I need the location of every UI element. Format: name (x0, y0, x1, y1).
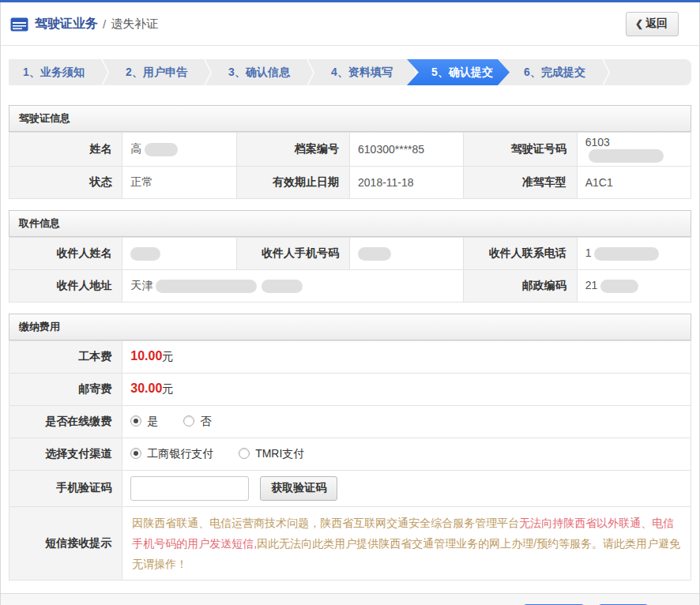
recipient-name-value (122, 237, 236, 269)
radio-label-tmri[interactable]: TMRI支付 (255, 447, 304, 460)
table-row: 是否在线缴费 是 否 (9, 405, 691, 438)
expiry-value: 2018-11-18 (350, 166, 464, 198)
step-3-confirm-info[interactable]: 3、确认信息 (214, 59, 304, 85)
step-6-finish-submit[interactable]: 6、完成提交 (510, 59, 600, 85)
postage-fee-value: 30.00元 (122, 373, 691, 405)
page-container: 驾驶证业务 / 遗失补证 ❮返回 1、业务须知 2、用户申告 3、确认信息 4、… (0, 2, 700, 605)
license-no-value: 6103 (577, 133, 691, 167)
table-row: 短信接收提示 因陕西省联通、电信运营商技术问题，陕西省互联网交通安全综合服务管理… (9, 506, 691, 580)
radio-label-no[interactable]: 否 (200, 415, 211, 427)
vehicle-class-label: 准驾车型 (464, 166, 577, 198)
redaction-blob (589, 149, 664, 163)
step-wizard: 1、业务须知 2、用户申告 3、确认信息 4、资料填写 5、确认提交 6、完成提… (9, 59, 691, 85)
expiry-label: 有效期止日期 (236, 166, 349, 198)
table-row: 手机验证码 获取验证码 (9, 470, 691, 506)
recipient-mobile-label: 收件人手机号码 (236, 237, 349, 269)
recipient-name-label: 收件人姓名 (9, 237, 122, 269)
pay-channel-options: 工商银行支付 TMRI支付 (122, 438, 691, 470)
section-license-info: 驾驶证信息 姓名 高 档案编号 610300****85 驾驶证号码 6103 … (9, 105, 691, 199)
status-value: 正常 (122, 166, 236, 198)
table-row: 收件人地址 天津 邮政编码 21 (9, 269, 691, 302)
chevron-left-icon: ❮ (635, 18, 643, 29)
recipient-phone-value: 1 (577, 237, 691, 269)
note-segment-gold: 因陕西省联通、电信运营商技术问题，陕西省互联网交通安全综合服务管理平台 (132, 517, 519, 529)
recipient-mobile-value (350, 237, 464, 269)
address-label: 收件人地址 (9, 269, 122, 302)
footer-bar: 上一步 完成 (1, 593, 699, 605)
step-4-fill-materials[interactable]: 4、资料填写 (317, 59, 407, 85)
card-fee-label: 工本费 (9, 340, 122, 373)
postcode-value: 21 (577, 269, 691, 302)
redaction-blob (145, 143, 178, 156)
breadcrumb-current: 遗失补证 (111, 17, 158, 32)
table-row: 邮寄费 30.00元 (9, 373, 691, 405)
radio-label-icbc[interactable]: 工商银行支付 (147, 447, 213, 460)
radio-online-pay-yes[interactable] (130, 415, 141, 427)
step-5-confirm-submit[interactable]: 5、确认提交 (407, 59, 510, 85)
postcode-label: 邮政编码 (464, 269, 577, 302)
section-title: 驾驶证信息 (9, 105, 691, 132)
sms-note-text: 因陕西省联通、电信运营商技术问题，陕西省互联网交通安全综合服务管理平台无法向持陕… (122, 506, 691, 580)
get-code-button[interactable]: 获取验证码 (260, 476, 337, 501)
fees-table: 工本费 10.00元 邮寄费 30.00元 是否在线缴费 是 否 选择支付渠道 … (9, 340, 691, 581)
section-pickup-info: 取件信息 收件人姓名 收件人手机号码 收件人联系电话 1 收件人地址 天津 邮政… (9, 210, 691, 302)
name-value: 高 (122, 133, 236, 167)
step-1-business-notice[interactable]: 1、业务须知 (9, 59, 99, 85)
online-pay-options: 是 否 (122, 405, 691, 438)
redaction-blob (262, 280, 303, 293)
status-label: 状态 (9, 166, 122, 198)
table-row: 工本费 10.00元 (9, 340, 691, 373)
radio-channel-tmri[interactable] (239, 448, 250, 459)
vehicle-class-value: A1C1 (577, 166, 691, 198)
radio-label-yes[interactable]: 是 (147, 415, 158, 427)
name-label: 姓名 (9, 133, 122, 167)
recipient-phone-label: 收件人联系电话 (464, 237, 577, 269)
content-spacer (1, 581, 699, 593)
step-2-user-declaration[interactable]: 2、用户申告 (111, 59, 201, 85)
table-row: 状态 正常 有效期止日期 2018-11-18 准驾车型 A1C1 (9, 166, 691, 198)
section-title: 缴纳费用 (9, 314, 691, 340)
sms-code-label: 手机验证码 (9, 470, 122, 506)
sms-code-input[interactable] (130, 476, 249, 501)
pay-channel-label: 选择支付渠道 (9, 438, 122, 470)
sms-code-cell: 获取验证码 (122, 470, 691, 506)
radio-online-pay-no[interactable] (183, 415, 194, 427)
redaction-blob (358, 247, 391, 261)
section-fees: 缴纳费用 工本费 10.00元 邮寄费 30.00元 是否在线缴费 是 否 选择… (9, 314, 691, 581)
back-button[interactable]: ❮返回 (626, 12, 679, 36)
sms-note-label: 短信接收提示 (9, 506, 122, 580)
step-separator-icon (304, 59, 317, 85)
form-list-icon (10, 17, 28, 32)
postage-fee-label: 邮寄费 (9, 373, 122, 405)
license-no-label: 驾驶证号码 (464, 133, 577, 167)
step-bar-filler (612, 59, 691, 85)
redaction-blob (600, 280, 638, 293)
license-info-table: 姓名 高 档案编号 610300****85 驾驶证号码 6103 状态 正常 … (9, 132, 691, 199)
page-header: 驾驶证业务 / 遗失补证 ❮返回 (1, 2, 699, 46)
redaction-blob (594, 247, 659, 261)
table-row: 选择支付渠道 工商银行支付 TMRI支付 (9, 438, 691, 470)
file-no-label: 档案编号 (236, 133, 349, 167)
card-fee-value: 10.00元 (122, 340, 691, 373)
redaction-blob (156, 280, 257, 293)
address-value: 天津 (122, 269, 464, 302)
redaction-blob (130, 247, 160, 261)
file-no-value: 610300****85 (350, 133, 464, 167)
step-separator-icon (201, 59, 214, 85)
table-row: 姓名 高 档案编号 610300****85 驾驶证号码 6103 (9, 133, 691, 167)
radio-channel-icbc[interactable] (130, 448, 141, 459)
page-title: 驾驶证业务 (35, 16, 98, 32)
pickup-info-table: 收件人姓名 收件人手机号码 收件人联系电话 1 收件人地址 天津 邮政编码 21 (9, 237, 691, 302)
online-pay-label: 是否在线缴费 (9, 405, 122, 438)
back-button-label: 返回 (645, 17, 668, 29)
breadcrumb-separator: / (103, 17, 106, 31)
section-title: 取件信息 (9, 210, 691, 237)
table-row: 收件人姓名 收件人手机号码 收件人联系电话 1 (9, 237, 691, 269)
step-separator-icon (600, 59, 612, 85)
step-separator-icon (99, 59, 111, 85)
